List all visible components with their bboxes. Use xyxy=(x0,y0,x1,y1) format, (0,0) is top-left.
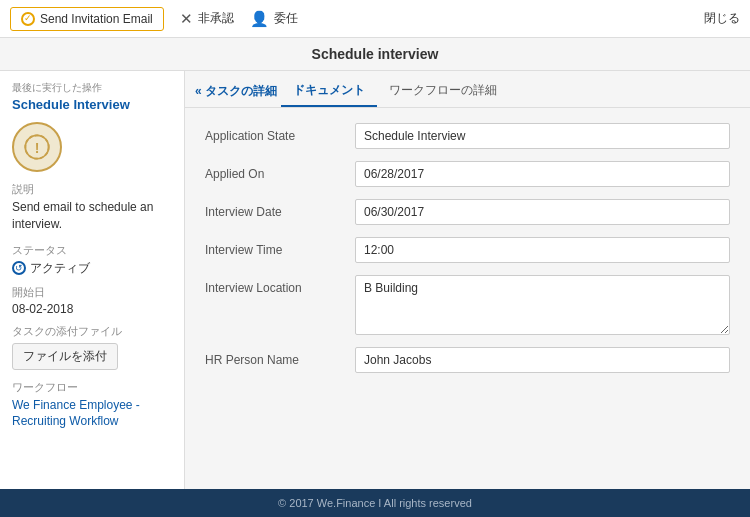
back-link[interactable]: « タスクの詳細 xyxy=(195,83,277,100)
main-area: 最後に実行した操作 Schedule Interview ! 説明 Send e… xyxy=(0,71,750,489)
reject-icon: ✕ xyxy=(180,10,193,28)
hr-person-name-label: HR Person Name xyxy=(205,347,355,367)
workflow-label: ワークフロー xyxy=(12,380,172,395)
interview-location-label: Interview Location xyxy=(205,275,355,295)
application-state-label: Application State xyxy=(205,123,355,143)
delegate-icon: 👤 xyxy=(250,10,269,28)
status-label: ステータス xyxy=(12,243,172,258)
status-value: アクティブ xyxy=(12,260,172,277)
attach-file-button[interactable]: ファイルを添付 xyxy=(12,343,118,370)
form-area: Application State Applied On Interview D… xyxy=(185,108,750,489)
interview-time-label: Interview Time xyxy=(205,237,355,257)
sidebar: 最後に実行した操作 Schedule Interview ! 説明 Send e… xyxy=(0,71,185,489)
last-action-value: Schedule Interview xyxy=(12,97,172,112)
delegate-action[interactable]: 👤 委任 xyxy=(250,10,298,28)
interview-date-row: Interview Date xyxy=(205,199,730,225)
workflow-value[interactable]: We Finance Employee - Recruiting Workflo… xyxy=(12,397,172,431)
close-button[interactable]: 閉じる xyxy=(704,10,740,27)
interview-date-input[interactable] xyxy=(355,199,730,225)
hr-person-name-row: HR Person Name xyxy=(205,347,730,373)
description-value: Send email to schedule an interview. xyxy=(12,199,172,233)
tab-workflow-details[interactable]: ワークフローの詳細 xyxy=(377,76,509,107)
application-state-row: Application State xyxy=(205,123,730,149)
reject-action[interactable]: ✕ 非承認 xyxy=(180,10,234,28)
start-date-label: 開始日 xyxy=(12,285,172,300)
interview-time-input[interactable] xyxy=(355,237,730,263)
check-icon xyxy=(21,12,35,26)
status-text: アクティブ xyxy=(30,260,90,277)
tab-documents[interactable]: ドキュメント xyxy=(281,76,377,107)
delegate-label: 委任 xyxy=(274,10,298,27)
last-action-label: 最後に実行した操作 xyxy=(12,81,172,95)
footer: © 2017 We.Finance I All rights reserved xyxy=(0,489,750,517)
avatar-icon: ! xyxy=(23,133,51,161)
toolbar: Send Invitation Email ✕ 非承認 👤 委任 閉じる xyxy=(0,0,750,38)
interview-location-input[interactable]: B Building xyxy=(355,275,730,335)
send-invitation-button[interactable]: Send Invitation Email xyxy=(10,7,164,31)
applied-on-input[interactable] xyxy=(355,161,730,187)
title-bar: Schedule interview xyxy=(0,38,750,71)
status-icon xyxy=(12,261,26,275)
interview-location-row: Interview Location B Building xyxy=(205,275,730,335)
attach-label: タスクの添付ファイル xyxy=(12,324,172,339)
reject-label: 非承認 xyxy=(198,10,234,27)
description-label: 説明 xyxy=(12,182,172,197)
send-invitation-label: Send Invitation Email xyxy=(40,12,153,26)
avatar: ! xyxy=(12,122,62,172)
tab-bar: « タスクの詳細 ドキュメント ワークフローの詳細 xyxy=(185,71,750,108)
hr-person-name-input[interactable] xyxy=(355,347,730,373)
interview-date-label: Interview Date xyxy=(205,199,355,219)
footer-text: © 2017 We.Finance I All rights reserved xyxy=(278,497,472,509)
applied-on-row: Applied On xyxy=(205,161,730,187)
applied-on-label: Applied On xyxy=(205,161,355,181)
page-title: Schedule interview xyxy=(312,46,439,62)
content-area: « タスクの詳細 ドキュメント ワークフローの詳細 Application St… xyxy=(185,71,750,489)
interview-time-row: Interview Time xyxy=(205,237,730,263)
svg-text:!: ! xyxy=(35,140,40,156)
application-state-input[interactable] xyxy=(355,123,730,149)
start-date-value: 08-02-2018 xyxy=(12,302,172,316)
